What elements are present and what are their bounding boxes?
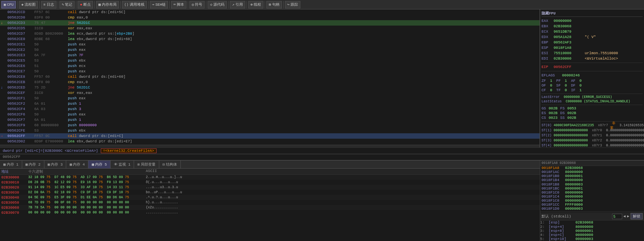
toolbar-seh-label: SEH链 (155, 2, 166, 7)
disasm-row[interactable]: 00562CF7 6A 01 push 1 (0, 117, 540, 123)
toolbar-flowchart-button[interactable]: ◈ 流程图 (19, 1, 38, 8)
reg-div-3 (542, 94, 643, 94)
disasm-row[interactable]: 00562CF2 6A 01 push 1 (0, 101, 540, 106)
toolbar-source-button[interactable]: ◇ 源代码 (208, 1, 227, 8)
source-icon: ◇ (210, 2, 212, 7)
asm-col: lea ebx,dword ptr ds:[edi+E7] (68, 139, 539, 143)
mem-tab-5[interactable]: ▦ 内存 5 (88, 161, 111, 168)
mem4-icon: ▦ (70, 162, 72, 167)
disasm-row[interactable]: ↓ 00562CD3 75 47 jne 562D1C (0, 20, 540, 26)
toolbar-callstack-button[interactable]: ⟨⟩ 调用堆栈 (122, 1, 147, 8)
reg-edi-val[interactable]: 02B30000 (554, 57, 581, 61)
mem-tab-struct[interactable]: ⊟ 结构体 (159, 161, 181, 168)
reg-ecx-val[interactable]: 9651DB79 (554, 30, 581, 34)
arrow-left-icon[interactable]: ◄ (624, 214, 626, 218)
mem-row: 02B30010 D8 28 0B 75 82 12 09 75 E9 16 0… (0, 180, 540, 185)
disasm-row[interactable]: 00562CE3 6A 7F push 7F (0, 53, 540, 58)
asm-col: push 1 (68, 118, 539, 122)
eflags-val[interactable]: 00000246 (562, 73, 580, 77)
toolbar-symbol-button[interactable]: ◎ 符号 (189, 1, 205, 8)
bytes-col: 31C0 (34, 26, 68, 30)
gs-val: 002B (549, 106, 557, 110)
ds-label: DS (560, 111, 565, 115)
disasm-row[interactable]: 00562CD7 8D8D B0020000 lea ecx,dword ptr… (0, 31, 540, 36)
reg-edx-val[interactable]: 005A1A28 (554, 35, 581, 39)
call-count-input[interactable] (612, 214, 622, 219)
af-val: 0 (579, 79, 582, 83)
mem-tab-watch[interactable]: 👁 监视 1 (111, 161, 134, 168)
disasm-row[interactable]: 00562CD0 83F8 00 cmp eax,0 (0, 15, 540, 20)
toolbar-sep-8 (169, 1, 170, 8)
toolbar-trace-label: 跟踪 (291, 2, 298, 7)
toolbar-thread-button[interactable]: ⊕ 线程 (248, 1, 264, 8)
unlock-button[interactable]: 解锁 (631, 213, 643, 219)
bytes-col: 50 (34, 42, 68, 46)
mem-tab-2[interactable]: ▦ 内存 2 (22, 161, 44, 168)
toolbar-seh-button[interactable]: ⇝ SEH链 (150, 1, 168, 8)
toolbar-handle-button[interactable]: ⊞ 句柄 (266, 1, 282, 8)
mem-content[interactable]: 地址 十六进制 ASCII 02B30000 32 18 09 75 D7 48… (0, 169, 540, 241)
disasm-row[interactable]: 00562CF9 68 00000080 push 80000000 (0, 123, 540, 128)
sf-label: SF (556, 83, 561, 88)
disasm-row[interactable]: 00562CE7 50 push eax (0, 69, 540, 74)
toolbar-breakpoint-button[interactable]: ● 断点 (78, 1, 93, 8)
cs-label: CS (542, 116, 546, 120)
mem-hex: D2 D8 0A 75 02 18 09 75 C9 DF 10 75 C9 D… (27, 191, 144, 194)
disasm-row[interactable]: 00562CD5 31C0 xor eax,eax (0, 26, 540, 31)
reg-edx-str: "( V" (583, 35, 596, 39)
mem-tab-3[interactable]: ▦ 内存 3 (44, 161, 67, 168)
disasm-row[interactable]: 00562CFE 53 push ebx (0, 128, 540, 133)
disasm-row[interactable]: ↓ 00562CED 75 2D jne 562D1C (0, 85, 540, 90)
disasm-row[interactable]: 00562D02 8D9F E7000000 lea ebx,dword ptr… (0, 139, 540, 144)
hint-right[interactable]: =<kernel32.CreateFileA> (101, 148, 157, 153)
reg-esp-val[interactable]: 0018F1A8 (554, 46, 581, 50)
mem-tab-5-label: 内存 5 (95, 162, 107, 167)
disasm-row[interactable]: 00562CF6 50 push eax (0, 112, 540, 117)
memory-icon: ▦ (98, 2, 101, 7)
disasm-row[interactable]: 00562CE5 53 push ebx (0, 58, 540, 63)
toolbar-memory-button[interactable]: ▦ 内存布局 (96, 1, 119, 8)
asm-col: push ebx (68, 59, 539, 63)
disasm-row[interactable]: 00562CE2 50 push eax (0, 47, 540, 53)
flags-row-3: CF0 TF0 IF1 (542, 88, 643, 92)
reg-ebp-val[interactable]: 00562AF3 (554, 40, 581, 44)
reg-eip-val[interactable]: 00562CFF (554, 65, 581, 69)
disasm-row[interactable]: 00562CE8 FF57 60 call dword ptr ds:[edi+… (0, 74, 540, 79)
arrow-right-icon[interactable]: ► (627, 214, 629, 218)
stack-addr: 0018F1AC (540, 170, 564, 174)
disasm-row[interactable]: 00562CF1 50 push eax (0, 96, 540, 101)
disasm-row[interactable]: 00562CE0 8DBE 68 lea ebx,dword ptr ds:[e… (0, 36, 540, 42)
toolbar-ref-button[interactable]: ↗ 引用 (230, 1, 245, 8)
disasm-row-eip[interactable]: EIP → 00562CFF FF57 0C call dword ptr ds… (0, 133, 540, 139)
mem-ascii: ...u...u3..u.3.u (144, 185, 540, 189)
stack-divider (540, 211, 644, 212)
mem-tab-4[interactable]: ▦ 内存 4 (66, 161, 88, 168)
disasm-hscroll[interactable] (0, 145, 540, 147)
toolbar-cpu-button[interactable]: ▣ CPU (1, 1, 16, 8)
reg-eip-row: EIP 00562CFF (542, 64, 643, 70)
bytes-col: 50 (34, 112, 68, 116)
reg-esi-val[interactable]: 75510000 (554, 51, 581, 55)
disasm-row[interactable]: 00562CEB 83F8 00 cmp eax,0 (0, 79, 540, 85)
mem-row: 02B30000 32 18 09 75 D7 48 09 75 AD 17 0… (0, 175, 540, 180)
toolbar-script-button[interactable]: ⌨ 脚本 (171, 1, 186, 8)
stack-val: 00000001 (564, 174, 591, 178)
toolbar-trace-button[interactable]: ↪ 跟踪 (285, 1, 300, 8)
disasm-row[interactable]: 00562CCD FF57 6C call dword ptr ds:[edi+… (0, 9, 540, 15)
reg-eax-val[interactable]: 00000000 (554, 19, 581, 23)
disasm-scroll[interactable]: 00562CCD FF57 6C call dword ptr ds:[edi+… (0, 9, 540, 145)
disasm-row[interactable]: 00562CEF 31C0 xor eax,eax (0, 90, 540, 96)
toolbar-log-button[interactable]: ≡ 日志 (41, 1, 56, 8)
disasm-row[interactable]: 00562CE6 51 push ecx (0, 63, 540, 69)
reg-eax-row: EAX 00000000 (542, 18, 643, 24)
mem-tab-1[interactable]: ▦ 内存 1 (0, 161, 22, 168)
disasm-row[interactable]: 00562CF4 6A 03 push 3 (0, 106, 540, 112)
disasm-row[interactable]: 00562CE1 50 push eax (0, 42, 540, 47)
breakpoint-icon: ● (80, 3, 82, 7)
toolbar-note-button[interactable]: ✎ 笔记 (59, 1, 75, 8)
stack-row: 0018F1C8 00000000 (540, 199, 644, 203)
reg-ebx-val[interactable]: 02B30068 (554, 24, 581, 28)
mem-tab-local[interactable]: ⊞ 局部变量 (134, 161, 159, 168)
st2-name: ST(2) (542, 134, 552, 137)
es-label: ES (542, 111, 546, 115)
